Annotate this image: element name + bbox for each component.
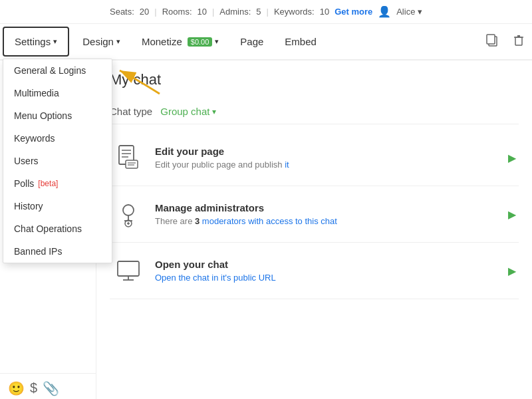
admins-label: Admins:	[219, 7, 251, 17]
edit-page-icon	[112, 142, 144, 174]
monetize-badge: $0.00	[188, 37, 213, 47]
edit-page-text: Edit your page Edit your public page and…	[155, 146, 497, 170]
open-chat-text: Open your chat Open the chat in it's pub…	[155, 259, 497, 283]
multimedia-label: Multimedia	[14, 88, 59, 98]
chat-type-value-text: Group chat	[160, 106, 209, 117]
design-menu[interactable]: Design ▾	[72, 28, 131, 55]
page-icon	[114, 143, 143, 172]
dollar-icon[interactable]: $	[30, 380, 37, 396]
open-chat-arrow: ▶	[508, 265, 516, 277]
username-text: Alice	[396, 7, 415, 17]
settings-dropdown: General & Logins Multimedia Menu Options…	[3, 59, 112, 263]
banned-ips-label: Banned IPs	[14, 246, 62, 257]
attachment-icon[interactable]: 📎	[43, 380, 59, 396]
keywords-label: Keywords	[14, 133, 55, 144]
polls-label: Polls	[14, 178, 34, 189]
edit-page-title: Edit your page	[155, 146, 497, 157]
trash-icon	[512, 33, 525, 47]
design-caret: ▾	[116, 37, 120, 46]
keywords-label: Keywords:	[274, 7, 315, 17]
monitor-icon	[114, 256, 143, 285]
top-bar: Seats: 20 | Rooms: 10 | Admins: 5 | Keyw…	[0, 0, 532, 24]
chat-type-label: Chat type	[110, 106, 152, 117]
separator2: |	[212, 7, 214, 17]
embed-label: Embed	[285, 36, 317, 47]
get-more-link[interactable]: Get more	[334, 7, 372, 17]
rooms-label: Rooms:	[162, 7, 192, 17]
dropdown-item-history[interactable]: History	[3, 195, 112, 217]
general-logins-label: General & Logins	[14, 65, 86, 76]
copy-icon-btn[interactable]	[479, 28, 505, 55]
chat-type-caret: ▾	[212, 107, 216, 116]
separator3: |	[267, 7, 269, 17]
manage-admins-highlight: moderators with access to this chat	[202, 216, 337, 226]
settings-label: Settings	[15, 36, 51, 47]
beta-badge: [beta]	[38, 179, 58, 188]
dropdown-item-chat-operations[interactable]: Chat Operations	[3, 217, 112, 240]
chat-operations-label: Chat Operations	[14, 223, 82, 234]
manage-admins-arrow: ▶	[508, 208, 516, 221]
admins-val: 5	[256, 7, 261, 17]
open-chat-desc: Open the chat in it's public URL	[155, 273, 497, 283]
users-label: Users	[14, 156, 39, 166]
seats-label: Seats:	[110, 7, 134, 17]
page-title: My chat	[110, 71, 519, 88]
monetize-menu[interactable]: Monetize $0.00 ▾	[131, 28, 229, 55]
dropdown-item-menu-options[interactable]: Menu Options	[3, 104, 112, 127]
page-label: Page	[240, 36, 263, 47]
history-label: History	[14, 201, 43, 211]
page-content: My chat Chat type Group chat ▾	[96, 61, 532, 399]
delete-icon-btn[interactable]	[505, 28, 532, 55]
emoji-icon[interactable]: 🙂	[8, 380, 25, 396]
dropdown-item-multimedia[interactable]: Multimedia	[3, 82, 112, 104]
open-chat-title: Open your chat	[155, 259, 497, 270]
dropdown-item-keywords[interactable]: Keywords	[3, 127, 112, 150]
svg-rect-1	[487, 35, 495, 44]
keywords-val: 10	[320, 7, 329, 17]
open-chat-icon	[112, 255, 144, 287]
edit-page-highlight: it	[285, 160, 289, 170]
dropdown-item-general[interactable]: General & Logins	[3, 59, 112, 82]
open-chat-action[interactable]: Open your chat Open the chat in it's pub…	[110, 243, 519, 299]
settings-menu[interactable]: Settings ▾	[3, 27, 69, 57]
menu-options-label: Menu Options	[14, 110, 72, 121]
design-label: Design	[82, 36, 114, 47]
svg-point-13	[123, 205, 134, 215]
nav-bar: Settings ▾ Design ▾ Monetize $0.00 ▾ Pag…	[0, 24, 532, 61]
page-btn[interactable]: Page	[229, 28, 274, 55]
manage-admins-action[interactable]: Manage administrators There are 3 modera…	[110, 186, 519, 243]
admin-icon	[114, 200, 143, 229]
moderators-count: 3	[195, 216, 200, 226]
manage-admins-desc: There are 3 moderators with access to th…	[155, 216, 497, 226]
dropdown-item-users[interactable]: Users	[3, 150, 112, 172]
svg-rect-10	[126, 160, 138, 168]
chat-type-row: Chat type Group chat ▾	[110, 99, 519, 124]
seats-val: 20	[140, 7, 149, 17]
monetize-caret: ▾	[215, 37, 219, 46]
username-display[interactable]: Alice ▾	[396, 7, 422, 17]
edit-page-desc: Edit your public page and publish it	[155, 160, 497, 170]
svg-rect-2	[515, 37, 522, 45]
separator: |	[154, 7, 156, 17]
edit-page-arrow: ▶	[508, 152, 516, 164]
rooms-val: 10	[198, 7, 207, 17]
open-chat-highlight: Open the chat in it's public URL	[155, 273, 276, 283]
copy-icon	[485, 33, 499, 47]
user-icon: 👤	[378, 5, 391, 18]
svg-rect-19	[118, 261, 139, 276]
manage-admins-title: Manage administrators	[155, 202, 497, 213]
manage-admins-icon	[112, 198, 144, 230]
chat-type-selector[interactable]: Group chat ▾	[160, 106, 216, 117]
embed-btn[interactable]: Embed	[274, 28, 327, 55]
dropdown-item-banned-ips[interactable]: Banned IPs	[3, 240, 112, 263]
monetize-label: Monetize	[142, 36, 182, 47]
manage-admins-text: Manage administrators There are 3 modera…	[155, 202, 497, 226]
settings-caret: ▾	[53, 37, 57, 46]
dropdown-item-polls[interactable]: Polls [beta]	[3, 172, 112, 195]
edit-page-action[interactable]: Edit your page Edit your public page and…	[110, 130, 519, 186]
